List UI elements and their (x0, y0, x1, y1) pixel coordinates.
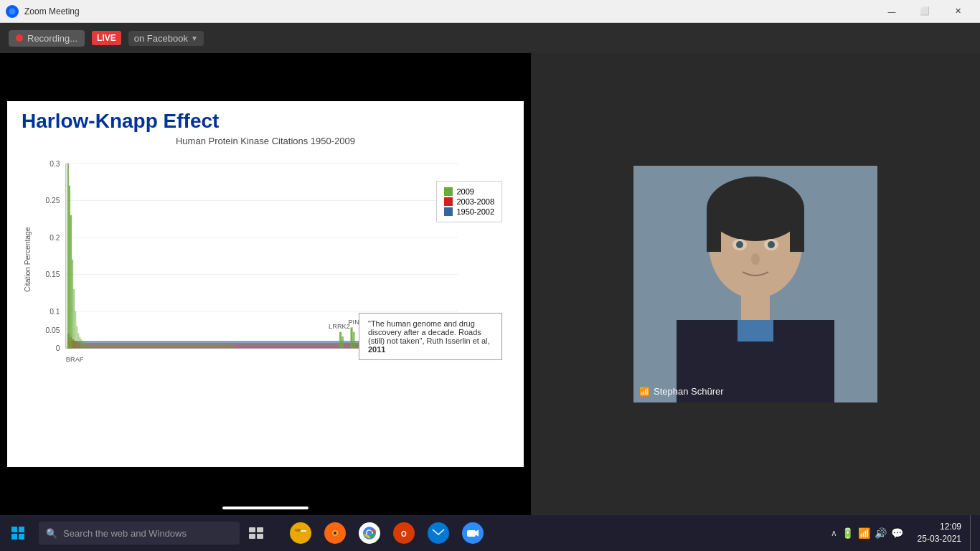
legend-item-1950: 1950-2002 (444, 207, 494, 216)
svg-point-75 (334, 532, 336, 534)
taskbar-app-outlook[interactable] (422, 515, 455, 551)
search-placeholder: Search the web and Windows (63, 528, 187, 539)
svg-text:LRRK2: LRRK2 (329, 323, 350, 330)
taskbar: 🔍 Search the web and Windows (0, 515, 980, 551)
svg-text:0.1: 0.1 (50, 308, 60, 316)
svg-point-55 (768, 241, 775, 248)
titlebar-left: Zoom Meeting (6, 5, 80, 18)
taskbar-app-zoom[interactable] (456, 515, 489, 551)
svg-rect-28 (73, 289, 75, 348)
clock-time: 12:09 (918, 521, 961, 533)
minimize-button[interactable]: — (875, 0, 908, 23)
legend-color-1950 (444, 207, 453, 216)
participant-area: 📶 Stephan Schürer (531, 53, 980, 515)
quote-box: "The human genome and drug discovery aft… (359, 313, 502, 360)
svg-point-49 (707, 176, 804, 241)
svg-rect-71 (295, 532, 306, 539)
svg-rect-66 (249, 527, 255, 532)
svg-point-0 (9, 8, 16, 14)
svg-rect-38 (339, 332, 341, 349)
maximize-button[interactable]: ⬜ (908, 0, 941, 23)
slide-title: Harlow-Knapp Effect (7, 101, 524, 136)
svg-rect-24 (67, 164, 69, 349)
taskbar-right: ∧ 🔋 📶 🔊 💬 12:09 25-03-2021 (825, 515, 980, 551)
recording-button[interactable]: Recording... (9, 30, 85, 47)
svg-rect-62 (11, 527, 17, 532)
notification-icon: 💬 (891, 527, 903, 539)
slide-container: Harlow-Knapp Effect Human Protein Kinase… (7, 101, 524, 467)
scroll-indicator (222, 507, 308, 509)
slide-subtitle: Human Protein Kinase Citations 1950-2009 (7, 136, 524, 146)
start-button[interactable] (0, 515, 36, 551)
participant-photo-svg (633, 166, 877, 402)
chevron-down-icon: ▼ (191, 34, 198, 42)
task-view-button[interactable] (240, 515, 273, 551)
svg-rect-26 (70, 215, 72, 348)
svg-text:0.05: 0.05 (46, 326, 60, 334)
live-badge: LIVE (92, 31, 121, 45)
signal-icon: 📶 (639, 387, 650, 397)
battery-icon: 🔋 (842, 527, 854, 539)
svg-rect-30 (76, 326, 77, 348)
taskbar-app-office[interactable]: O (387, 515, 420, 551)
svg-rect-68 (249, 534, 255, 539)
recording-dot-icon (16, 34, 23, 42)
clock-date: 25-03-2021 (918, 533, 961, 545)
svg-text:0.2: 0.2 (50, 234, 60, 242)
svg-text:0.15: 0.15 (46, 270, 60, 278)
show-desktop-button[interactable] (970, 515, 974, 551)
slide-area: Harlow-Knapp Effect Human Protein Kinase… (0, 53, 531, 515)
legend-color-2009 (444, 187, 453, 196)
svg-rect-25 (69, 186, 70, 349)
svg-text:0: 0 (56, 344, 60, 352)
taskbar-apps: O (284, 515, 489, 551)
svg-rect-67 (257, 527, 263, 532)
svg-text:BRAF: BRAF (66, 356, 84, 363)
svg-text:O: O (401, 530, 407, 538)
main-content: Harlow-Knapp Effect Human Protein Kinase… (0, 53, 980, 515)
svg-point-56 (751, 253, 760, 265)
facebook-live-button[interactable]: on Facebook ▼ (128, 31, 204, 46)
svg-rect-57 (741, 293, 770, 322)
legend-label-2009: 2009 (456, 187, 473, 196)
titlebar-controls: — ⬜ ✕ (875, 0, 974, 23)
svg-rect-41 (353, 332, 355, 349)
svg-rect-69 (257, 534, 263, 539)
participant-name: Stephan Schürer (654, 386, 724, 397)
recording-label: Recording... (27, 33, 77, 44)
volume-icon: 🔊 (875, 527, 887, 539)
svg-rect-63 (19, 527, 24, 532)
svg-rect-31 (77, 334, 79, 349)
legend-color-2003 (444, 197, 453, 206)
participant-video: 📶 Stephan Schürer (633, 166, 877, 402)
zoom-toolbar: Recording... LIVE on Facebook ▼ (0, 23, 980, 53)
svg-rect-82 (467, 530, 476, 537)
chart-area: 0.3 0.25 0.2 0.15 0.1 0.05 0 Citation Pe… (7, 152, 524, 403)
title-bar: Zoom Meeting — ⬜ ✕ (0, 0, 980, 23)
search-bar[interactable]: 🔍 Search the web and Windows (39, 522, 240, 545)
legend-item-2009: 2009 (444, 187, 494, 196)
svg-rect-50 (707, 209, 721, 252)
svg-rect-72 (295, 529, 301, 532)
taskbar-app-firefox[interactable] (319, 515, 352, 551)
svg-text:0.25: 0.25 (46, 197, 60, 204)
close-button[interactable]: ✕ (941, 0, 974, 23)
svg-rect-59 (738, 320, 773, 342)
svg-rect-33 (80, 339, 82, 348)
svg-rect-29 (75, 311, 76, 349)
taskbar-app-explorer[interactable] (284, 515, 317, 551)
svg-text:Citation Percentage: Citation Percentage (24, 227, 32, 292)
svg-rect-37 (87, 344, 235, 348)
svg-rect-34 (82, 341, 83, 348)
chevron-up-icon[interactable]: ∧ (831, 528, 837, 538)
clock[interactable]: 12:09 25-03-2021 (912, 521, 967, 545)
svg-rect-64 (11, 534, 17, 540)
app-icon (6, 5, 19, 18)
network-icon: 📶 (858, 527, 870, 539)
window-title: Zoom Meeting (24, 6, 80, 17)
svg-rect-39 (341, 336, 344, 348)
search-icon: 🔍 (46, 528, 57, 539)
quote-text: "The human genome and drug discovery aft… (368, 319, 490, 354)
taskbar-app-chrome[interactable] (353, 515, 386, 551)
svg-rect-36 (85, 342, 87, 348)
